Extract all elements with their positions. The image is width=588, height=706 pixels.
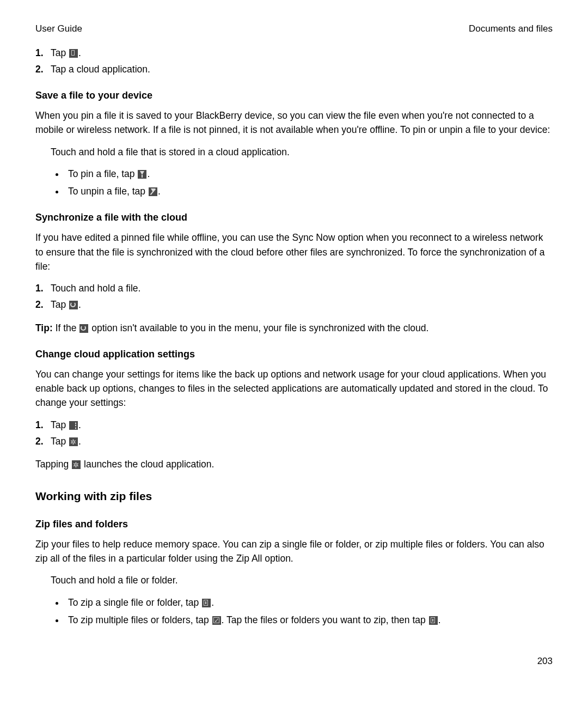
heading-settings: Change cloud application settings <box>35 347 553 362</box>
page-number: 203 <box>35 654 553 668</box>
heading-sync: Synchronize a file with the cloud <box>35 210 553 225</box>
gear-icon <box>72 460 81 469</box>
list-item: To unpin a file, tap . <box>65 184 553 198</box>
heading-save-file: Save a file to your device <box>35 88 553 103</box>
sync-icon <box>69 301 78 309</box>
paragraph: When you pin a file it is saved to your … <box>35 108 553 137</box>
heading-zip-section: Working with zip files <box>35 488 553 505</box>
sync-steps-list: 1. Touch and hold a file. 2. Tap . <box>35 281 553 312</box>
list-item: To zip a single file or folder, tap . <box>65 595 553 610</box>
list-item: 1. Touch and hold a file. <box>35 281 553 295</box>
header-right: Documents and files <box>469 22 553 36</box>
document-icon <box>69 49 78 58</box>
zip-icon <box>202 599 211 607</box>
page-header: User Guide Documents and files <box>35 22 553 36</box>
paragraph: Zip your files to help reduce memory spa… <box>35 537 553 566</box>
list-item: 1. Tap . <box>35 418 553 432</box>
list-item: 2. Tap . <box>35 434 553 448</box>
top-steps-list: 1. Tap . 2. Tap a cloud application. <box>35 46 553 77</box>
list-item: 2. Tap a cloud application. <box>35 62 553 76</box>
tip-label: Tip: <box>35 322 56 333</box>
list-item: To zip multiple files or folders, tap . … <box>65 613 553 627</box>
list-item: To pin a file, tap . <box>65 167 553 181</box>
paragraph: You can change your settings for items l… <box>35 367 553 410</box>
step-text: Touch and hold a file or folder. <box>51 573 553 587</box>
unpin-icon <box>149 187 157 196</box>
step-text: Touch and hold a file that is stored in … <box>51 145 553 159</box>
paragraph: If you have edited a pinned file while o… <box>35 230 553 273</box>
pin-bullets: To pin a file, tap . To unpin a file, ta… <box>35 167 553 199</box>
gear-icon <box>69 437 78 446</box>
heading-zip-sub: Zip files and folders <box>35 517 553 532</box>
note-paragraph: Tapping launches the cloud application. <box>35 457 553 471</box>
select-icon <box>212 616 221 625</box>
pin-icon <box>138 170 146 179</box>
settings-steps-list: 1. Tap . 2. Tap . <box>35 418 553 449</box>
list-item: 2. Tap . <box>35 297 553 312</box>
list-item: 1. Tap . <box>35 46 553 60</box>
zip-bullets: To zip a single file or folder, tap . To… <box>35 595 553 628</box>
sync-icon <box>79 324 88 333</box>
header-left: User Guide <box>35 22 82 36</box>
more-icon <box>69 421 78 430</box>
tip-paragraph: Tip: If the option isn't available to yo… <box>35 321 553 335</box>
zip-icon <box>429 616 438 625</box>
